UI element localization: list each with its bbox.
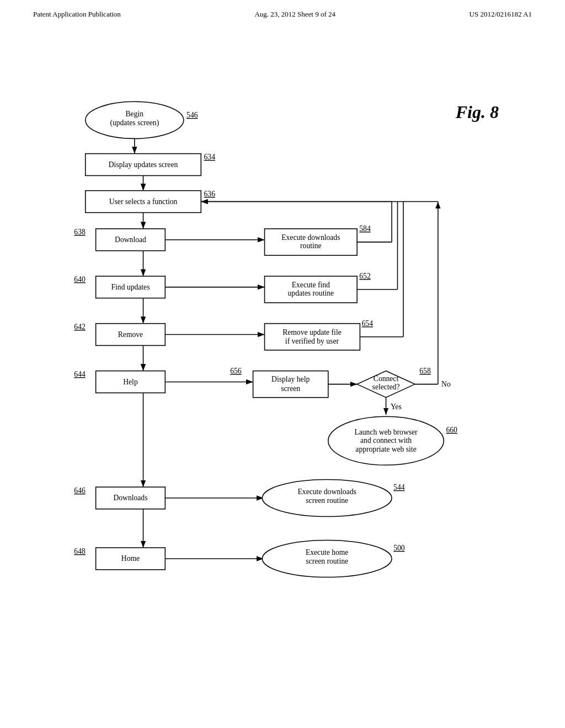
svg-text:Begin: Begin [126,110,144,118]
svg-text:644: 644 [74,370,86,378]
svg-text:screen routine: screen routine [306,496,348,505]
svg-text:584: 584 [359,224,371,233]
svg-text:updates routine: updates routine [288,289,334,297]
svg-text:Execute home: Execute home [306,548,348,556]
svg-text:Display updates screen: Display updates screen [109,160,178,169]
svg-text:500: 500 [393,544,405,552]
header-left: Patent Application Publication [33,10,121,19]
svg-text:Execute downloads: Execute downloads [298,488,356,496]
svg-text:routine: routine [300,242,322,250]
svg-text:Downloads: Downloads [113,494,147,502]
svg-text:Execute find: Execute find [292,281,330,289]
svg-text:Help: Help [123,378,138,386]
svg-text:Yes: Yes [391,403,402,411]
svg-text:544: 544 [393,483,405,491]
svg-text:Remove update file: Remove update file [282,328,342,336]
svg-text:No: No [441,380,451,388]
svg-text:Execute downloads: Execute downloads [281,233,340,242]
svg-text:646: 646 [74,486,86,495]
svg-text:652: 652 [359,272,371,280]
svg-text:642: 642 [74,323,86,331]
header-middle: Aug. 23, 2012 Sheet 9 of 24 [254,10,335,19]
svg-text:634: 634 [204,153,216,161]
svg-text:if verified by user: if verified by user [285,337,339,345]
svg-text:(updates screen): (updates screen) [110,119,159,127]
svg-text:Download: Download [115,235,146,244]
svg-text:546: 546 [186,111,198,119]
svg-text:appropriate web site: appropriate web site [355,445,416,453]
svg-text:User selects a function: User selects a function [109,197,178,206]
svg-text:Display help: Display help [271,375,310,383]
svg-text:screen routine: screen routine [306,557,348,565]
svg-text:selected?: selected? [372,383,400,391]
svg-text:Home: Home [121,554,140,563]
header-right: US 2012/0216182 A1 [470,10,532,19]
svg-text:Remove: Remove [118,330,143,339]
svg-text:658: 658 [419,367,431,375]
svg-text:648: 648 [74,547,86,555]
svg-text:640: 640 [74,275,86,283]
svg-text:660: 660 [446,426,457,434]
page-header: Patent Application Publication Aug. 23, … [0,0,565,23]
diagram-area: Begin (updates screen) 546 Display updat… [33,85,508,692]
svg-text:656: 656 [230,367,242,375]
svg-text:screen: screen [281,384,300,393]
svg-text:and connect with: and connect with [360,436,412,445]
svg-text:Connect: Connect [374,374,399,383]
svg-text:Find updates: Find updates [111,283,150,291]
svg-text:636: 636 [204,190,216,198]
svg-text:638: 638 [74,228,86,236]
svg-text:Launch web browser: Launch web browser [354,428,418,436]
svg-text:654: 654 [362,319,374,328]
